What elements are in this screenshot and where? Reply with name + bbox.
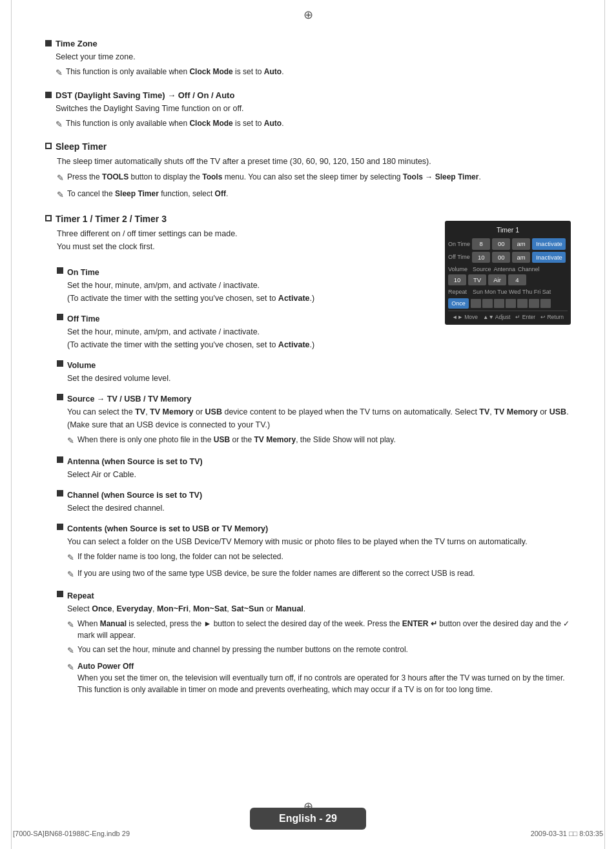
timer-day-wed: [506, 299, 516, 308]
timer-off-ampm: am: [512, 252, 530, 263]
timer-day-tue: [494, 299, 504, 308]
subsection-repeat: Repeat Select Once, Everyday, Mon~Fri, M…: [57, 589, 571, 695]
bullet-contents: [57, 524, 63, 530]
timer-source-label: Source: [473, 265, 491, 274]
sleep-timer-body: The sleep timer automatically shuts off …: [57, 155, 571, 168]
section-title-time-zone: Time Zone: [56, 39, 98, 48]
note-icon-repeat-1: ✎: [67, 619, 74, 632]
timer-antenna-val: Air: [488, 274, 506, 285]
note-icon-repeat-3: ✎: [67, 661, 74, 675]
repeat-body: Select Once, Everyday, Mon~Fri, Mon~Sat,…: [67, 602, 571, 615]
source-title: Source → TV / USB / TV Memory: [67, 393, 191, 405]
subsection-volume: Volume Set the desired volume level.: [57, 359, 571, 385]
note-text-repeat-2: You can set the hour, minute and channel…: [77, 644, 408, 655]
note-icon-contents-1: ✎: [67, 551, 74, 565]
subsection-channel: Channel (when Source is set to TV) Selec…: [57, 489, 571, 515]
off-time-body2: (To activate the timer with the setting …: [67, 338, 571, 351]
note-icon-repeat-2: ✎: [67, 644, 74, 658]
note-text-sleep-1: Press the TOOLS button to display the To…: [67, 171, 481, 183]
note-icon: ✎: [56, 66, 63, 79]
section-timer: Timer 1 / Timer 2 / Timer 3 Timer 1 On T…: [45, 214, 571, 703]
bullet-icon: [45, 40, 52, 46]
subsection-antenna: Antenna (when Source is set to TV) Selec…: [57, 455, 571, 481]
note-text-source: When there is only one photo file in the…: [77, 434, 396, 445]
section-title-sleep-timer: Sleep Timer: [56, 141, 107, 152]
timer-antenna-label: Antenna: [494, 265, 516, 274]
section-time-zone: Time Zone Select your time zone. ✎ This …: [45, 39, 571, 80]
timer-footer-move: ◄► Move: [452, 313, 478, 322]
timer-widget-title: Timer 1: [448, 225, 568, 236]
note-text-sleep-2: To cancel the Sleep Timer function, sele…: [67, 188, 228, 199]
bullet-channel: [57, 490, 63, 496]
timer-on-time-label: On Time: [448, 240, 472, 249]
bullet-antenna: [57, 456, 63, 463]
timer-on-h: 8: [472, 238, 490, 249]
note-text-repeat-1: When Manual is selected, press the ► but…: [77, 618, 571, 641]
timer-volume-val: 10: [448, 274, 466, 285]
timer-channel-label: Channel: [518, 265, 540, 274]
repeat-title: Repeat: [67, 589, 94, 602]
timer-once-btn: Once: [448, 298, 469, 309]
timer-on-m: 00: [492, 238, 510, 249]
channel-body: Select the desired channel.: [67, 502, 571, 515]
timer-off-m: 00: [492, 252, 510, 263]
note-text-contents-1: If the folder name is too long, the fold…: [77, 551, 283, 562]
source-body: You can select the TV, TV Memory or USB …: [67, 405, 571, 431]
timer-off-activate: Inactivate: [532, 252, 566, 263]
timer-on-ampm: am: [512, 238, 530, 249]
bullet-on-time: [57, 267, 63, 274]
outline-bullet-sleep: [45, 143, 52, 149]
subsection-source: Source → TV / USB / TV Memory You can se…: [57, 393, 571, 448]
contents-title: Contents (when Source is set to USB or T…: [67, 522, 268, 535]
note-icon-sleep-2: ✎: [57, 189, 64, 202]
section-dst: DST (Daylight Saving Time) → Off / On / …: [45, 90, 571, 132]
note-icon-source: ✎: [67, 435, 74, 448]
timer-repeat-label: Repeat: [448, 287, 473, 296]
timer-days-label: Sun Mon Tue Wed Thu Fri Sat: [473, 287, 551, 296]
section-title-timer: Timer 1 / Timer 2 / Timer 3: [56, 214, 167, 224]
antenna-title: Antenna (when Source is set to TV): [67, 455, 203, 468]
bullet-repeat: [57, 591, 63, 597]
timer-day-sat: [540, 299, 551, 308]
page-footer: [7000-SA]BN68-01988C-Eng.indb 29 2009-03…: [0, 830, 616, 837]
timer-on-activate: Inactivate: [532, 238, 566, 249]
section-sleep-timer: Sleep Timer The sleep timer automaticall…: [45, 141, 571, 202]
section-body-time-zone: Select your time zone.: [56, 51, 571, 63]
timer-footer-return: ↩ Return: [540, 313, 564, 322]
timer-day-sun: [471, 299, 481, 308]
footer-left-text: [7000-SA]BN68-01988C-Eng.indb 29: [13, 830, 130, 837]
section-body-dst: Switches the Daylight Saving Time functi…: [56, 103, 571, 115]
bullet-off-time: [57, 314, 63, 320]
note-text-dst: This function is only available when Clo…: [66, 118, 283, 129]
bullet-icon: [45, 92, 52, 98]
off-time-body: Set the hour, minute, am/pm, and activat…: [67, 325, 571, 338]
timer-footer: ◄► Move ▲▼ Adjust ↵ Enter ↩ Return: [448, 311, 568, 322]
timer-day-fri: [529, 299, 539, 308]
timer-footer-enter: ↵ Enter: [515, 313, 535, 322]
note-icon-contents-2: ✎: [67, 568, 74, 582]
off-time-title: Off Time: [67, 312, 99, 325]
note-text-timezone: This function is only available when Clo…: [66, 66, 283, 77]
timer-widget: Timer 1 On Time 8 00 am Inactivate Off T…: [445, 221, 571, 325]
note-icon-dst: ✎: [56, 118, 63, 131]
bullet-volume: [57, 360, 63, 367]
footer-right-text: 2009-03-31 □□ 8:03:35: [531, 830, 603, 837]
bullet-source: [57, 394, 63, 400]
section-title-dst: DST (Daylight Saving Time) → Off / On / …: [56, 90, 234, 100]
note-text-repeat-3: Auto Power OffWhen you set the timer on,…: [77, 660, 571, 695]
timer-channel-val: 4: [508, 274, 526, 285]
timer-day-mon: [482, 299, 493, 308]
outline-bullet-timer: [45, 215, 52, 221]
volume-body: Set the desired volume level.: [67, 372, 571, 385]
timer-off-h: 10: [472, 252, 490, 263]
note-text-contents-2: If you are using two of the same type US…: [77, 568, 475, 579]
volume-title: Volume: [67, 359, 96, 372]
subsection-contents: Contents (when Source is set to USB or T…: [57, 522, 571, 582]
note-icon-sleep-1: ✎: [57, 172, 64, 185]
timer-volume-label: Volume: [448, 265, 473, 274]
antenna-body: Select Air or Cable.: [67, 468, 571, 481]
timer-off-time-label: Off Time: [448, 252, 472, 261]
timer-day-thu: [517, 299, 528, 308]
timer-footer-adjust: ▲▼ Adjust: [483, 313, 510, 322]
timer-source-val: TV: [468, 274, 486, 285]
